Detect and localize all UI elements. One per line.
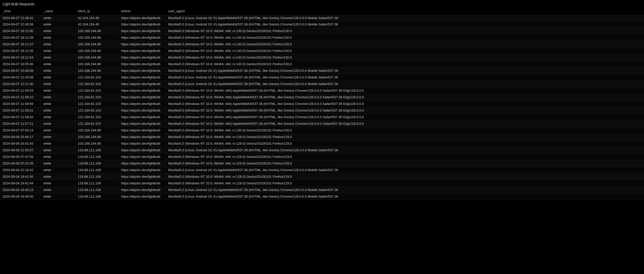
cell-client-ip: 103.166.244.88 <box>75 48 118 54</box>
cell-user-agent: Mozilla/5.0 (Linux; Android 10; K) Apple… <box>166 21 644 28</box>
table-row[interactable]: 2024-09-07 11:58:59white122.164.82.103ht… <box>0 101 644 107</box>
cell-client-ip: 116.68.111.106 <box>75 180 118 187</box>
col-header-value[interactable]: _value <box>41 8 75 15</box>
cell-user-agent: Mozilla/5.0 (Windows NT 10.0; Win64; x64… <box>166 61 644 67</box>
table-row[interactable]: 2024-09-06 20:49:17white103.166.244.88ht… <box>0 134 644 140</box>
cell-user-agent: Mozilla/5.0 (Linux; Android 10; K) Apple… <box>166 193 644 200</box>
cell-user-agent: Mozilla/5.0 (Windows NT 10.0; Win64; x64… <box>166 107 644 114</box>
table-row[interactable]: 2024-09-07 11:59:10white122.164.82.103ht… <box>0 94 644 101</box>
table-row[interactable]: 2024-09-07 11:58:51white122.164.82.103ht… <box>0 107 644 114</box>
cell-time: 2024-09-07 22:40:38 <box>0 21 41 28</box>
cell-referer: https://akjohn.dev/lightbulb <box>118 187 166 193</box>
cell-time: 2024-09-07 11:58:42 <box>0 114 41 120</box>
cell-referer: https://akjohn.dev/lightbulb <box>118 61 166 67</box>
cell-user-agent: Mozilla/5.0 (Windows NT 10.0; Win64; x64… <box>166 114 644 120</box>
cell-value: white <box>41 48 75 54</box>
cell-client-ip: 116.68.111.106 <box>75 173 118 180</box>
table-row[interactable]: 2024-09-07 18:11:59white103.166.244.88ht… <box>0 34 644 41</box>
cell-value: white <box>41 41 75 48</box>
table-row[interactable]: 2024-09-07 11:57:21white122.164.82.103ht… <box>0 120 644 127</box>
cell-user-agent: Mozilla/5.0 (Windows NT 10.0; Win64; x64… <box>166 120 644 127</box>
table-row[interactable]: 2024-09-06 20:41:43white103.166.244.88ht… <box>0 140 644 147</box>
cell-value: white <box>41 154 75 160</box>
cell-value: white <box>41 147 75 154</box>
cell-user-agent: Mozilla/5.0 (Windows NT 10.0; Win64; x64… <box>166 34 644 41</box>
table-row[interactable]: 2024-09-07 22:40:38white42.104.154.48htt… <box>0 21 644 28</box>
cell-client-ip: 122.164.82.103 <box>75 74 118 81</box>
cell-client-ip: 103.166.244.88 <box>75 61 118 67</box>
table-row[interactable]: 2024-09-07 15:08:08white103.166.244.88ht… <box>0 67 644 74</box>
table-row[interactable]: 2024-09-07 07:00:14white103.166.244.88ht… <box>0 127 644 134</box>
cell-time: 2024-09-07 12:25:56 <box>0 74 41 81</box>
cell-referer: https://akjohn.dev/lightbulb <box>118 34 166 41</box>
table-row[interactable]: 2024-09-07 12:25:56white122.164.82.103ht… <box>0 74 644 81</box>
table-row[interactable]: 2024-09-07 11:59:53white122.164.82.103ht… <box>0 87 644 94</box>
cell-referer: https://akjohn.dev/lightbulb <box>118 48 166 54</box>
table-row[interactable]: 2024-09-04 19:41:50white116.68.111.106ht… <box>0 173 644 180</box>
cell-client-ip: 122.164.82.103 <box>75 120 118 127</box>
cell-client-ip: 103.166.244.88 <box>75 41 118 48</box>
cell-value: white <box>41 34 75 41</box>
table-row[interactable]: 2024-09-07 18:11:57white103.166.244.88ht… <box>0 41 644 48</box>
col-header-referer[interactable]: referer <box>118 8 166 15</box>
col-header-client-ip[interactable]: client_ip <box>75 8 118 15</box>
cell-referer: https://akjohn.dev/lightbulb <box>118 120 166 127</box>
cell-value: white <box>41 15 75 21</box>
table-row[interactable]: 2024-09-07 22:48:41white42.104.154.48htt… <box>0 15 644 21</box>
cell-user-agent: Mozilla/5.0 (Linux; Android 10; K) Apple… <box>166 74 644 81</box>
cell-value: white <box>41 173 75 180</box>
cell-value: white <box>41 28 75 34</box>
cell-referer: https://akjohn.dev/lightbulb <box>118 101 166 107</box>
table-row[interactable]: 2024-09-04 19:41:44white116.68.111.106ht… <box>0 180 644 187</box>
table-row[interactable]: 2024-09-07 18:11:54white103.166.244.88ht… <box>0 54 644 61</box>
cell-referer: https://akjohn.dev/lightbulb <box>118 173 166 180</box>
cell-time: 2024-09-06 20:49:17 <box>0 134 41 140</box>
cell-value: white <box>41 61 75 67</box>
table-row[interactable]: 2024-09-07 18:12:00white103.166.244.88ht… <box>0 28 644 34</box>
cell-time: 2024-09-07 18:05:45 <box>0 61 41 67</box>
cell-time: 2024-09-04 18:40:13 <box>0 187 41 193</box>
cell-client-ip: 116.68.111.106 <box>75 167 118 173</box>
cell-client-ip: 103.166.244.88 <box>75 54 118 61</box>
table-row[interactable]: 2024-09-07 12:11:30white122.164.82.103ht… <box>0 81 644 87</box>
cell-value: white <box>41 107 75 114</box>
cell-referer: https://akjohn.dev/lightbulb <box>118 167 166 173</box>
cell-time: 2024-09-06 11:55:57 <box>0 147 41 154</box>
table-row[interactable]: 2024-09-05 07:01:08white116.68.111.106ht… <box>0 160 644 167</box>
cell-time: 2024-09-05 07:47:55 <box>0 154 41 160</box>
cell-client-ip: 103.166.244.88 <box>75 34 118 41</box>
cell-referer: https://akjohn.dev/lightbulb <box>118 41 166 48</box>
table-row[interactable]: 2024-09-04 18:40:13white116.68.111.106ht… <box>0 187 644 193</box>
cell-referer: https://akjohn.dev/lightbulb <box>118 193 166 200</box>
col-header-time[interactable]: _time <box>0 8 41 15</box>
table-row[interactable]: 2024-09-07 18:05:45white103.166.244.88ht… <box>0 61 644 67</box>
cell-user-agent: Mozilla/5.0 (Windows NT 10.0; Win64; x64… <box>166 180 644 187</box>
table-row[interactable]: 2024-09-06 11:55:57white116.68.111.106ht… <box>0 147 644 154</box>
table-row[interactable]: 2024-09-07 18:11:55white103.166.244.88ht… <box>0 48 644 54</box>
cell-client-ip: 103.166.244.88 <box>75 134 118 140</box>
cell-referer: https://akjohn.dev/lightbulb <box>118 180 166 187</box>
col-header-user-agent[interactable]: user_agent <box>166 8 644 15</box>
table-row[interactable]: 2024-09-04 22:16:42white116.68.111.106ht… <box>0 167 644 173</box>
cell-time: 2024-09-07 15:08:08 <box>0 67 41 74</box>
cell-referer: https://akjohn.dev/lightbulb <box>118 94 166 101</box>
table-row[interactable]: 2024-09-05 07:47:55white116.68.111.106ht… <box>0 154 644 160</box>
table-row[interactable]: 2024-09-07 11:58:42white122.164.82.103ht… <box>0 114 644 120</box>
cell-client-ip: 103.166.244.88 <box>75 67 118 74</box>
cell-referer: https://akjohn.dev/lightbulb <box>118 15 166 21</box>
cell-value: white <box>41 140 75 147</box>
cell-time: 2024-09-07 18:11:54 <box>0 54 41 61</box>
cell-time: 2024-09-04 19:41:44 <box>0 180 41 187</box>
cell-referer: https://akjohn.dev/lightbulb <box>118 67 166 74</box>
cell-user-agent: Mozilla/5.0 (Windows NT 10.0; Win64; x64… <box>166 127 644 134</box>
cell-referer: https://akjohn.dev/lightbulb <box>118 127 166 134</box>
cell-time: 2024-09-06 20:41:43 <box>0 140 41 147</box>
panel-title: Light Bulb Requests <box>0 0 644 8</box>
cell-time: 2024-09-07 18:12:00 <box>0 28 41 34</box>
cell-referer: https://akjohn.dev/lightbulb <box>118 160 166 167</box>
cell-client-ip: 122.164.82.103 <box>75 101 118 107</box>
table-row[interactable]: 2024-09-04 18:40:00white116.68.111.106ht… <box>0 193 644 200</box>
cell-client-ip: 122.164.82.103 <box>75 87 118 94</box>
cell-user-agent: Mozilla/5.0 (Windows NT 10.0; Win64; x64… <box>166 101 644 107</box>
cell-value: white <box>41 160 75 167</box>
